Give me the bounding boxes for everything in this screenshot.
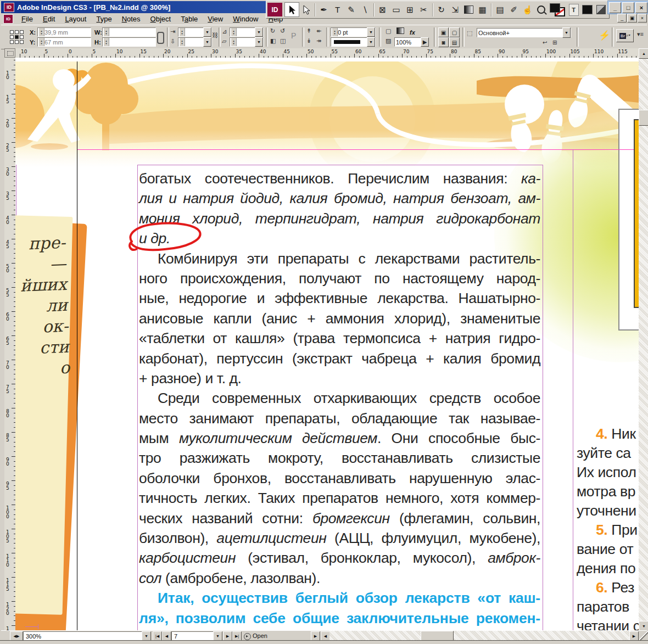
eyedropper-tool[interactable]: ✐ xyxy=(507,3,521,16)
hand-tool[interactable]: ☝ xyxy=(521,3,534,16)
horizontal-ruler[interactable]: 1050510152025303540455055606570758085909… xyxy=(15,48,639,58)
x-spinner[interactable]: ▴▾ xyxy=(39,28,44,36)
first-page-button[interactable]: |◀ xyxy=(153,631,162,641)
rotate-tool[interactable]: ↻ xyxy=(434,3,448,16)
bridge-button[interactable]: Br⌕▾ xyxy=(616,29,634,42)
formatting-affects-text-icon[interactable]: T xyxy=(567,3,580,16)
panel-menu-icon[interactable]: ▾≡ xyxy=(637,31,644,38)
scroll-right-jump-button[interactable]: ▶ xyxy=(311,631,320,641)
link-wh-icon[interactable]: ⛓ xyxy=(212,32,218,38)
menu-item-window[interactable]: Window xyxy=(228,14,263,24)
scroll-up-arrow[interactable]: ▲ xyxy=(639,48,648,59)
view-mode-button[interactable] xyxy=(594,3,608,16)
scroll-right-arrow[interactable]: ▶ xyxy=(629,631,639,641)
h-spinner[interactable]: ▴▾ xyxy=(104,38,109,46)
h-field[interactable]: ▴▾ xyxy=(102,37,156,47)
scroll-left-arrow[interactable]: ◀ xyxy=(321,631,330,641)
shear-angle-field[interactable]: ▴▾▼ xyxy=(230,37,264,47)
no-text-wrap-button[interactable]: ▣ xyxy=(438,27,449,37)
previous-page-button[interactable]: ◀ xyxy=(162,631,171,641)
menu-item-object[interactable]: Object xyxy=(146,14,176,24)
horizontal-guide[interactable] xyxy=(77,149,639,150)
menu-item-type[interactable]: Type xyxy=(91,14,116,24)
y-field[interactable]: ▴▾67 mm xyxy=(37,37,91,47)
menu-item-view[interactable]: View xyxy=(203,14,228,24)
flip-horizontal-button[interactable]: ◧ xyxy=(270,37,276,44)
fill-stroke-swatches[interactable] xyxy=(549,3,566,17)
zoom-tool[interactable] xyxy=(534,3,548,16)
x-field[interactable]: ▴▾39,9 mm xyxy=(37,27,91,37)
flip-vertical-button[interactable]: ◫ xyxy=(280,37,286,44)
effects-icon[interactable]: ▢ xyxy=(386,27,391,35)
resize-grip[interactable] xyxy=(639,631,648,640)
wrap-around-bounding-box-button[interactable]: ▢ xyxy=(449,27,460,37)
vertical-scrollbar[interactable]: ▲ ▼ xyxy=(639,48,648,630)
wrap-around-object-shape-button[interactable]: ◙ xyxy=(438,37,449,47)
apply-color-button[interactable] xyxy=(580,3,594,16)
select-last-object-button[interactable]: ↡ xyxy=(306,37,311,44)
vertical-ruler[interactable]: 1015202530354045505560657075808590951001… xyxy=(4,58,16,630)
opacity-field[interactable]: 100% xyxy=(394,37,422,47)
scale-tool[interactable]: ⇲ xyxy=(448,3,462,16)
select-first-object-button[interactable]: ↠ xyxy=(316,37,321,44)
menu-item-edit[interactable]: Edit xyxy=(38,14,60,24)
scale-x-field[interactable]: ▴▾▼ xyxy=(178,27,212,37)
rectangle-tool[interactable]: ▭ xyxy=(389,3,403,16)
menu-item-table[interactable]: Table xyxy=(176,14,203,24)
w-spinner[interactable]: ▴▾ xyxy=(104,28,109,36)
vertical-scroll-thumb[interactable] xyxy=(639,110,648,126)
gradient-feather-icon[interactable] xyxy=(396,27,404,34)
close-button[interactable]: × xyxy=(635,2,647,13)
menu-item-notes[interactable]: Notes xyxy=(117,14,146,24)
reference-point-proxy[interactable] xyxy=(10,30,24,44)
opacity-flyout-button[interactable]: ▶ xyxy=(421,37,429,47)
object-style-icon[interactable]: ⬚ xyxy=(467,30,472,37)
line-tool[interactable]: ∖ xyxy=(358,3,372,16)
scissors-tool[interactable]: ✂ xyxy=(417,3,431,16)
rotation-angle-field[interactable]: ▴▾▼ xyxy=(230,27,264,37)
doc-minimize-button[interactable]: _ xyxy=(617,14,627,23)
new-style-button[interactable]: ⊞ xyxy=(552,40,557,46)
direct-selection-tool[interactable] xyxy=(299,3,313,16)
zoom-level-field[interactable]: 300% xyxy=(23,631,145,641)
next-page-button[interactable]: ▶ xyxy=(223,631,232,641)
yellow-sidebar-box[interactable] xyxy=(634,119,639,308)
note-tool[interactable]: ▤ xyxy=(493,3,507,16)
quick-apply-icon[interactable]: ⚡ xyxy=(599,30,610,41)
minimize-button[interactable]: _ xyxy=(609,2,621,13)
y-spinner[interactable]: ▴▾ xyxy=(39,38,44,46)
page-dropdown-button[interactable]: ▼ xyxy=(213,631,222,641)
rotate-ccw-button[interactable]: ↺ xyxy=(280,27,285,35)
constrain-proportions-icon[interactable] xyxy=(157,32,164,44)
stroke-weight-dropdown[interactable]: ▼ xyxy=(367,27,375,37)
menu-item-file[interactable]: File xyxy=(16,14,38,24)
pencil-tool[interactable]: ✎ xyxy=(344,3,358,16)
object-style-dropdown[interactable]: Основной+▼ xyxy=(477,28,571,37)
document-canvas[interactable]: пре-—йшихлиок-стио богатых соотечественн… xyxy=(15,58,639,630)
position-tool[interactable]: ⊞ xyxy=(403,3,417,16)
select-next-object-button[interactable]: ↞ xyxy=(316,27,321,35)
doc-restore-button[interactable]: ▣ xyxy=(627,14,636,23)
scale-y-field[interactable]: ▴▾▼ xyxy=(178,37,212,47)
last-page-button[interactable]: ▶| xyxy=(232,631,242,641)
jump-object-button[interactable]: ▤ xyxy=(449,37,460,47)
menu-item-layout[interactable]: Layout xyxy=(60,14,91,24)
rotate-cw-button[interactable]: ↻ xyxy=(270,27,275,35)
gradient-tool[interactable] xyxy=(462,3,476,16)
preflight-status[interactable]: Open xyxy=(253,632,267,639)
frame-tool[interactable]: ⊠ xyxy=(376,3,389,16)
zoom-out-in-buttons[interactable]: ◀▶ xyxy=(10,631,23,641)
stroke-weight-field[interactable]: ▴▾0 pt▼ xyxy=(331,27,376,37)
selection-tool[interactable] xyxy=(284,2,299,17)
maximize-button[interactable]: □ xyxy=(622,2,634,13)
w-field[interactable]: ▴▾ xyxy=(102,27,156,37)
select-previous-object-button[interactable]: ↟ xyxy=(306,27,311,35)
doc-close-button[interactable]: × xyxy=(638,14,647,23)
horizontal-scrollbar[interactable] xyxy=(329,631,630,640)
select-container-icon[interactable]: P xyxy=(291,31,296,40)
zoom-dropdown-button[interactable]: ▼ xyxy=(142,631,151,641)
scale-y-dropdown[interactable]: ▼ xyxy=(203,37,211,47)
fill-swatch[interactable] xyxy=(550,3,560,13)
type-tool[interactable]: T xyxy=(331,3,344,16)
pen-tool[interactable]: ✒ xyxy=(317,3,331,16)
